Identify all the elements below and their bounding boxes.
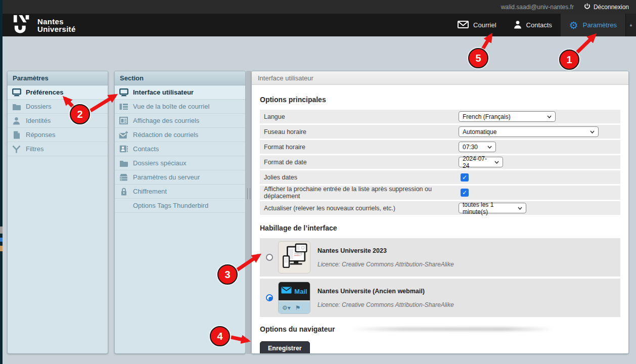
skin-name: Nantes Universite (Ancien webmail)	[317, 288, 454, 295]
compose-mail-icon	[119, 130, 128, 139]
section-item-label: Contacts	[133, 145, 159, 153]
brand-line2: Université	[37, 25, 76, 33]
topbar: walid.saadi@univ-nantes.fr Déconnexion	[0, 0, 636, 14]
chevron-down-icon	[518, 207, 522, 210]
skin-licence: Licence: Creative Commons Attribution-Sh…	[317, 261, 454, 268]
file-icon	[12, 130, 21, 139]
settings-item-label: Filtres	[26, 145, 43, 153]
langue-select[interactable]: French (Français)	[459, 111, 556, 122]
settings-item-label: Préférences	[26, 88, 63, 96]
skin-row-2023: Nantes Universite 2023 Licence: Creative…	[260, 238, 620, 277]
fuseau-select[interactable]: Automatique	[459, 126, 599, 137]
chevron-up-icon: ▲	[629, 23, 633, 27]
settings-item-filtres[interactable]: Filtres	[8, 142, 108, 156]
section-item-mailbox-view[interactable]: Vue de la boîte de courriel	[115, 100, 245, 114]
gear-dropdown-icon: ⚙▾	[282, 304, 291, 311]
annotation-circle-5: 5	[468, 48, 488, 68]
form-row-afficher-prochaine: Afficher la prochaine entrée de la liste…	[260, 186, 620, 200]
heading-habillage: Habillage de l’interface	[260, 224, 620, 232]
nav-parametres[interactable]: ⚙ Paramètres	[561, 14, 625, 36]
settings-item-label: Identités	[26, 117, 51, 124]
folder-icon	[119, 159, 128, 167]
skin-licence: Licence: Creative Commons Attribution-Sh…	[317, 301, 454, 308]
afficher-prochaine-checkbox[interactable]: ✓	[461, 189, 469, 197]
main-content: Options principales Langue French (Franç…	[252, 85, 628, 353]
person-icon	[12, 116, 21, 125]
skin-name: Nantes Universite 2023	[317, 247, 454, 254]
display-icon	[119, 88, 128, 97]
form-row-format-date: Format de date 2024-07-24	[260, 155, 620, 169]
langue-select-value: French (Français)	[463, 113, 511, 120]
nav-contacts[interactable]: Contacts	[505, 14, 561, 36]
settings-item-preferences[interactable]: Préférences	[8, 85, 108, 100]
skin-2023-thumbnail	[278, 241, 310, 274]
nav-contacts-label: Contacts	[526, 21, 552, 29]
person-icon	[514, 20, 522, 30]
chevron-down-icon	[590, 130, 595, 133]
list-layout-icon	[119, 102, 128, 111]
skin-ancien-radio[interactable]	[266, 294, 273, 301]
section-item-thunderbird-tags[interactable]: Options Tags Thunderbird	[115, 199, 245, 213]
section-item-message-display[interactable]: Affichage des courriels	[115, 114, 245, 128]
format-date-select[interactable]: 2024-07-24	[459, 157, 503, 167]
mail-icon	[458, 21, 469, 30]
section-item-label: Rédaction de courriels	[133, 131, 198, 139]
jolies-dates-checkbox[interactable]: ✓	[461, 173, 469, 181]
settings-item-identites[interactable]: Identités	[8, 114, 108, 128]
settings-item-reponses[interactable]: Réponses	[8, 128, 108, 142]
section-item-label: Affichage des courriels	[133, 117, 199, 124]
section-item-server-settings[interactable]: Paramètres du serveur	[115, 170, 245, 185]
section-item-compose[interactable]: Rédaction de courriels	[115, 128, 245, 142]
field-label: Actualiser (relever les nouveaux courrie…	[264, 205, 459, 212]
mail-icon	[281, 287, 292, 296]
skin-2023-radio[interactable]	[266, 254, 273, 261]
main-panel: Interface utilisateur Options principale…	[251, 71, 629, 354]
field-label: Afficher la prochaine entrée de la liste…	[264, 186, 459, 200]
annotation-circle-4: 4	[210, 326, 230, 346]
section-item-interface[interactable]: Interface utilisateur	[115, 85, 245, 100]
section-item-encryption[interactable]: Chiffrement	[115, 185, 245, 199]
logout-button[interactable]: Déconnexion	[584, 3, 629, 11]
document-view-icon	[119, 116, 128, 125]
lock-icon	[119, 187, 128, 196]
nav-parametres-label: Paramètres	[583, 21, 617, 29]
settings-item-dossiers[interactable]: Dossiers	[8, 100, 108, 114]
heading-options-principales: Options principales	[260, 96, 620, 104]
skin-row-ancien: Mail ⚙▾ ⚑ Nantes Universite (Ancien webm…	[260, 279, 620, 317]
field-label: Format de date	[264, 159, 459, 166]
skin-ancien-thumbnail: Mail ⚙▾ ⚑	[278, 282, 310, 314]
save-button[interactable]: Enregistrer	[260, 341, 310, 353]
settings-item-label: Réponses	[26, 131, 56, 139]
brand-line1: Nantes	[37, 18, 76, 25]
actualiser-select[interactable]: toutes les 1 minute(s)	[459, 203, 526, 213]
form-row-jolies-dates: Jolies dates ✓	[260, 170, 620, 184]
user-email: walid.saadi@univ-nantes.fr	[501, 4, 574, 11]
power-icon	[584, 3, 590, 11]
flag-icon: ⚑	[295, 304, 301, 311]
navbar: Nantes Université Courriel Contacts ⚙ Pa…	[0, 14, 636, 36]
nav-courriel[interactable]: Courriel	[449, 14, 505, 36]
nav-courriel-label: Courriel	[473, 21, 496, 29]
brand-logo: Nantes Université	[0, 14, 449, 36]
format-horaire-select-value: 07:30	[463, 144, 478, 151]
chevron-down-icon	[494, 161, 499, 164]
collapse-toolbar-button[interactable]: ▲	[625, 14, 636, 36]
thumb-mail-label: Mail	[294, 288, 307, 295]
annotation-circle-3: 3	[217, 264, 238, 285]
section-item-special-folders[interactable]: Dossiers spéciaux	[115, 156, 245, 170]
display-icon	[12, 88, 21, 97]
column-splitter[interactable]	[246, 71, 251, 354]
folder-icon	[12, 102, 21, 111]
annotation-circle-2: 2	[70, 104, 90, 124]
section-panel-title: Section	[115, 71, 245, 85]
field-label: Fuseau horaire	[264, 128, 459, 135]
format-horaire-select[interactable]: 07:30	[459, 142, 496, 152]
section-item-contacts[interactable]: Contacts	[115, 142, 245, 156]
section-item-label: Interface utilisateur	[133, 88, 194, 96]
filter-icon	[12, 145, 21, 153]
field-label: Langue	[264, 113, 459, 120]
settings-panel: Paramètres Préférences Dossiers Identité…	[7, 71, 108, 354]
main-panel-title: Interface utilisateur	[252, 71, 628, 85]
fuseau-select-value: Automatique	[463, 128, 496, 135]
no-icon	[119, 201, 128, 210]
